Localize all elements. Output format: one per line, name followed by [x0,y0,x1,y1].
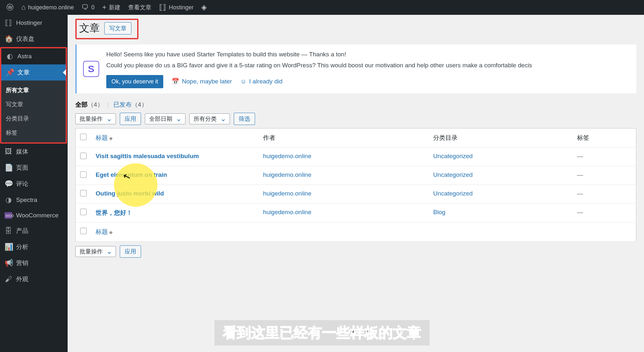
new-content-label: 新建 [109,4,120,11]
notice-ok-button[interactable]: Ok, you deserve it [106,75,163,88]
bulk-apply-button[interactable]: 应用 [120,113,141,125]
post-author-link[interactable]: huigedemo.online [263,153,311,159]
sidebar-item-products[interactable]: 🗄产品 [0,223,68,239]
sidebar-dashboard-label: 仪表盘 [16,35,34,43]
col-category[interactable]: 分类目录 [429,128,573,147]
post-title-link[interactable]: Visit sagittis malesuada vestibulum [96,153,199,159]
sidebar-subitem-new-post[interactable]: 写文章 [1,97,66,111]
post-title-link[interactable]: 世界，您好！ [96,209,132,216]
post-author-link[interactable]: huigedemo.online [263,190,311,197]
bulk-action-select-bottom[interactable]: 批量操作 [75,246,116,257]
sidebar-item-astra[interactable]: ◐Astra [1,48,66,64]
col-tags[interactable]: 标签 [573,128,636,147]
bulk-action-select[interactable]: 批量操作 [75,113,116,124]
sidebar-subitem-tags[interactable]: 标签 [1,126,66,140]
select-all-header[interactable] [76,128,91,147]
table-row: Visit sagittis malesuada vestibulum huig… [76,147,636,166]
diamond-icon: ◈ [201,3,207,12]
bulk-apply-button-bottom[interactable]: 应用 [120,245,141,258]
post-category-link[interactable]: Blog [433,209,445,215]
row-checkbox[interactable] [80,190,87,196]
sidebar-item-comments[interactable]: 💬评论 [0,176,68,192]
sidebar-spectra-label: Spectra [16,196,37,204]
select-all-checkbox-footer[interactable] [80,228,87,234]
table-row: Eget elementum on train huigedemo.online… [76,166,636,185]
hostinger-bar[interactable]: ⟦⟧Hostinger [155,0,197,15]
row-checkbox[interactable] [80,153,87,159]
post-category-link[interactable]: Uncategorized [433,171,473,178]
col-author-footer[interactable] [259,222,429,241]
sidebar-item-dashboard[interactable]: 🏠仪表盘 [0,31,68,47]
filter-all-count: （4） [88,101,103,108]
sidebar-subitem-categories[interactable]: 分类目录 [1,111,66,126]
extra-bar-item[interactable]: ◈ [197,0,211,15]
sidebar-subitem-all-posts[interactable]: 所有文章 [1,83,66,97]
bulk-action-select-wrap-bottom: 批量操作 [75,246,116,257]
comments-icon: 💬 [5,180,12,188]
notice-line2: Could you please do us a BIG favor and g… [106,61,630,70]
notice-already-link[interactable]: ☺I already did [240,77,282,86]
notice-nope-link[interactable]: 📅Nope, maybe later [172,77,232,86]
table-header-row: 标题◆ 作者 分类目录 标签 [76,128,636,147]
tablenav-top: 批量操作 应用 全部日期 所有分类 筛选 [75,113,636,125]
row-checkbox[interactable] [80,171,87,178]
starter-templates-notice: S Hello! Seems like you have used Starte… [75,44,636,93]
sidebar-item-hostinger[interactable]: ⟦⟧Hostinger [0,15,68,31]
col-title[interactable]: 标题◆ [91,128,259,147]
sort-icon: ◆ [109,136,113,141]
notice-logo-icon: S [83,61,99,77]
col-title-footer[interactable]: 标题◆ [91,222,259,241]
select-all-checkbox[interactable] [80,134,87,140]
cat-filter-select[interactable]: 所有分类 [189,113,230,124]
select-all-footer[interactable] [76,222,91,241]
site-name[interactable]: ⌂huigedemo.online [17,0,78,15]
date-filter-select[interactable]: 全部日期 [145,113,185,124]
sidebar-item-posts[interactable]: 📌文章 [1,64,66,81]
hostinger-icon: ⟦⟧ [159,3,166,12]
page-title: 文章 [79,21,100,35]
table-body: Visit sagittis malesuada vestibulum huig… [76,147,636,222]
media-icon: 🖼 [5,147,12,156]
sidebar-hostinger-label: Hostinger [16,19,42,26]
sidebar-item-analytics[interactable]: 📊分析 [0,239,68,255]
sidebar-item-marketing[interactable]: 📢营销 [0,255,68,271]
filter-all[interactable]: 全部 [75,101,88,108]
wp-logo[interactable]: ⓦ [3,0,17,15]
filter-button[interactable]: 筛选 [234,113,255,125]
sidebar-pages-label: 页面 [16,164,28,172]
col-category-footer[interactable] [429,222,573,241]
sidebar-posts-label: 文章 [17,68,30,77]
brush-icon: 🖌 [5,275,12,283]
post-author-link[interactable]: huigedemo.online [263,171,311,178]
astra-icon: ◐ [6,52,14,61]
add-new-post-button[interactable]: 写文章 [104,22,131,34]
post-title-link[interactable]: Outing justo morbi wild [96,190,164,197]
col-author[interactable]: 作者 [259,128,429,147]
site-name-label: huigedemo.online [28,4,74,11]
sidebar-item-media[interactable]: 🖼媒体 [0,144,68,160]
comments-count[interactable]: 🗨0 [78,0,98,15]
sidebar-item-pages[interactable]: 📄页面 [0,160,68,176]
calendar-icon: 📅 [172,77,179,86]
sidebar-item-spectra[interactable]: ◑Spectra [0,192,68,208]
post-category-link[interactable]: Uncategorized [433,190,473,197]
sidebar-item-appearance[interactable]: 🖌外观 [0,271,68,287]
admin-bar: ⓦ ⌂huigedemo.online 🗨0 +新建 查看文章 ⟦⟧Hostin… [0,0,644,15]
posts-submenu: 所有文章 写文章 分类目录 标签 [1,81,66,142]
view-post[interactable]: 查看文章 [124,0,155,15]
post-title-link[interactable]: Eget elementum on train [96,171,167,178]
sidebar-marketing-label: 营销 [16,259,28,267]
post-tags: — [573,147,636,166]
post-tags: — [573,185,636,203]
post-author-link[interactable]: huigedemo.online [263,209,311,215]
col-tags-footer[interactable] [573,222,636,241]
page-icon: 📄 [5,164,12,172]
filter-published[interactable]: 已发布 [113,101,132,108]
home-icon: ⌂ [21,3,25,12]
sidebar-item-woocommerce[interactable]: wooWooCommerce [0,208,68,223]
post-category-link[interactable]: Uncategorized [433,153,473,159]
new-content[interactable]: +新建 [98,0,124,15]
pin-icon: 📌 [6,68,14,77]
row-checkbox[interactable] [80,209,87,215]
cat-filter-wrap: 所有分类 [189,113,230,124]
